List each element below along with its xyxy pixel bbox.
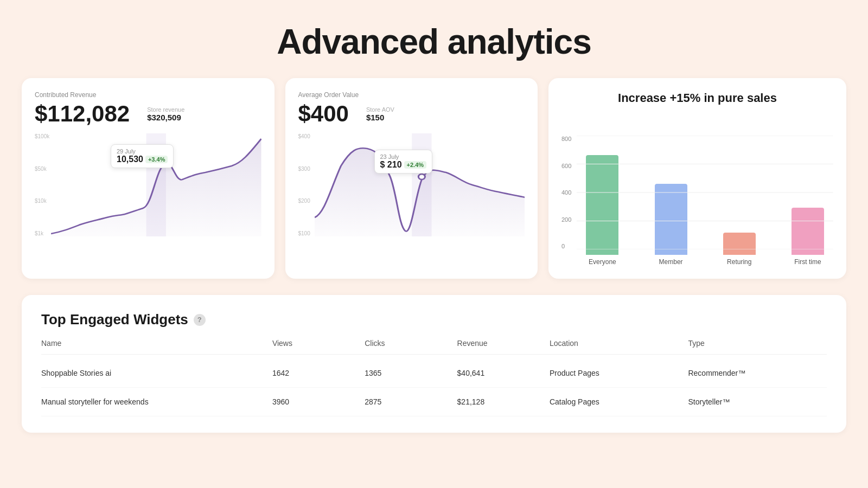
row2-name: Manual storyteller for weekends [41,397,272,406]
help-icon[interactable]: ? [194,314,206,326]
revenue-card: Contributed Revenue $112,082 Store reven… [22,78,275,279]
bar-chart-card: Increase +15% in pure sales 0 200 400 60… [548,78,846,279]
aov-main-value: $400 [298,101,349,127]
row1-clicks: 1365 [365,369,457,377]
col-name: Name [41,339,272,348]
row2-clicks: 2875 [365,397,457,406]
aov-chart-dot [418,174,425,179]
aov-tooltip-date: 23 July [380,153,427,160]
widget-title: Top Engaged Widgets [41,311,188,328]
table-header: Name Views Clicks Revenue Location Type [41,339,827,355]
row1-revenue: $40,641 [457,369,550,377]
revenue-store-label: Store revenue [147,106,184,113]
y-label-50k: $50k [35,166,49,172]
row2-revenue: $21,128 [457,397,550,406]
col-clicks: Clicks [365,339,457,348]
bar-y-400: 400 [561,189,571,196]
col-revenue: Revenue [457,339,550,348]
revenue-tooltip-value: 10,530 [117,155,143,164]
page-title: Advanced analytics [0,0,868,78]
aov-chart-area: $400 $300 $200 $100 23 July [298,133,525,242]
bar-everyone-label: Everyone [589,258,616,266]
aov-tooltip-value: $ 210 [380,160,402,170]
row1-views: 1642 [272,369,365,377]
row2-location: Catalog Pages [550,397,688,406]
y-label-1k: $1k [35,230,49,236]
revenue-store-value: $320,509 [147,113,184,122]
bar-firsttime-bar [792,208,824,255]
table-row: Manual storyteller for weekends 3960 287… [41,388,827,416]
top-cards-row: Contributed Revenue $112,082 Store reven… [0,78,868,279]
row1-type: Recommender™ [688,369,827,377]
bar-member-label: Member [659,258,683,266]
bar-firsttime: First time [782,136,833,266]
bar-y-800: 800 [561,136,571,142]
bar-y-0: 0 [561,243,571,249]
aov-card-label: Average Order Value [298,91,525,99]
bar-returing-label: Returing [727,258,751,266]
bar-firsttime-label: First time [794,258,821,266]
revenue-tooltip: 29 July 10,530 +3.4% [111,144,174,168]
revenue-store-info: Store revenue $320,509 [147,106,184,122]
aov-store-label: Store AOV [366,106,394,113]
aov-y-label-200: $200 [298,198,310,204]
bar-returing-bar [723,233,756,255]
widget-title-row: Top Engaged Widgets ? [41,311,827,328]
y-label-10k: $10k [35,198,49,204]
aov-tooltip-badge: +2.4% [404,161,427,169]
aov-y-label-400: $400 [298,133,310,139]
y-label-100k: $100k [35,133,49,139]
bar-member: Member [646,136,697,266]
aov-line-chart [315,133,525,236]
table-row: Shoppable Stories ai 1642 1365 $40,641 P… [41,359,827,388]
col-location: Location [550,339,688,348]
row1-name: Shoppable Stories ai [41,369,272,377]
col-type: Type [688,339,827,348]
bar-everyone-bar [586,155,618,255]
aov-tooltip: 23 July $ 210 +2.4% [374,150,433,174]
col-views: Views [272,339,365,348]
aov-y-label-300: $300 [298,166,310,172]
widgets-table-section: Top Engaged Widgets ? Name Views Clicks … [22,295,846,433]
aov-card: Average Order Value $400 Store AOV $150 … [285,78,538,279]
aov-store-info: Store AOV $150 [366,106,394,122]
bar-chart-title: Increase +15% in pure sales [561,91,833,105]
revenue-chart-area: $100k $50k $10k $1k [35,133,261,242]
aov-y-label-100: $100 [298,230,310,236]
revenue-main-value: $112,082 [35,101,130,127]
row2-type: Storyteller™ [688,397,827,406]
revenue-tooltip-date: 29 July [117,148,168,155]
bar-member-bar [655,184,687,255]
revenue-tooltip-badge: +3.4% [145,156,168,163]
row1-location: Product Pages [550,369,688,377]
bar-everyone: Everyone [577,136,628,266]
bar-returing: Returing [714,136,765,266]
bar-y-200: 200 [561,216,571,223]
aov-store-value: $150 [366,113,394,122]
revenue-card-label: Contributed Revenue [35,91,261,99]
bar-y-600: 600 [561,163,571,169]
row2-views: 3960 [272,397,365,406]
